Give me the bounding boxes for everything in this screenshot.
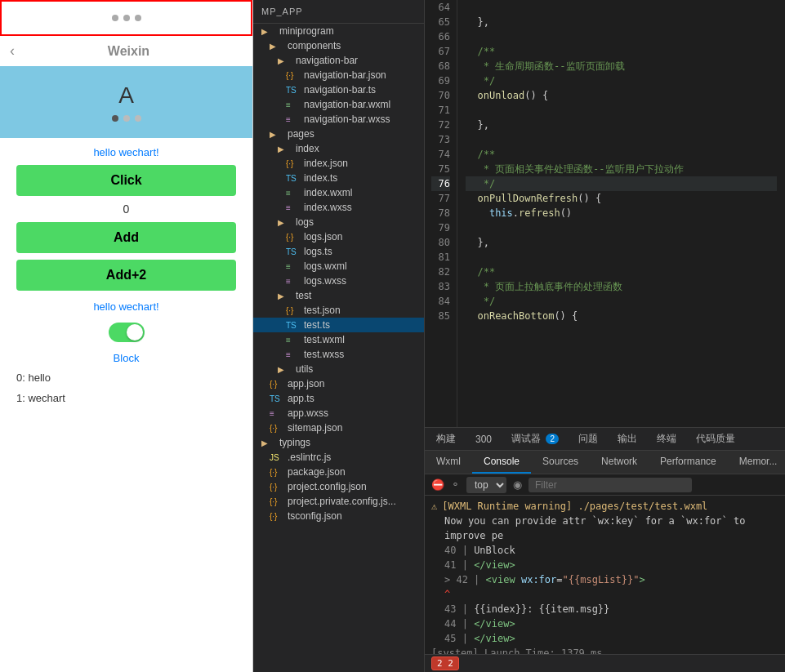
console-output: ⚠ [WXML Runtime warning] ./pages/test/te… xyxy=(425,496,785,654)
warning-detail: Now you can provide attr `wx:key` for a … xyxy=(444,514,778,543)
tab-memory[interactable]: Memor... xyxy=(728,451,785,474)
editor-panel: 6465666768697071727374757677787980818283… xyxy=(425,0,785,672)
error-count-number: 2 2 xyxy=(437,658,453,669)
add2-button[interactable]: Add+2 xyxy=(16,260,236,291)
file-tree-item[interactable]: TSindex.ts xyxy=(253,171,424,185)
stop-icon[interactable]: ⚬ xyxy=(451,478,460,491)
file-tree-item[interactable]: JS.eslintrc.js xyxy=(253,450,424,465)
line-numbers: 6465666768697071727374757677787980818283… xyxy=(425,0,457,427)
file-tree-item[interactable]: {·}navigation-bar.json xyxy=(253,68,424,82)
file-tree-item[interactable]: ≡logs.wxml xyxy=(253,259,424,274)
file-tree-item[interactable]: ▶pages xyxy=(253,127,424,141)
clear-console-icon[interactable]: ⛔ xyxy=(431,478,444,491)
file-tree-item[interactable]: ▶typings xyxy=(253,435,424,450)
file-tree-item[interactable]: TSnavigation-bar.ts xyxy=(253,82,424,97)
file-tree-item[interactable]: ▶test xyxy=(253,288,424,303)
code-content[interactable]: }, /** * 生命周期函数--监听页面卸载 */ onUnload() { … xyxy=(457,0,785,427)
file-tree-item[interactable]: {·}tsconfig.json xyxy=(253,509,424,523)
file-tree-item[interactable]: TSapp.ts xyxy=(253,391,424,406)
phone-content: hello wechart! Click 0 Add Add+2 hello w… xyxy=(0,138,252,672)
carousel-dot-3 xyxy=(135,115,141,122)
file-tree-item[interactable]: {·}test.json xyxy=(253,303,424,318)
file-tree-container: ▶miniprogram▶components▶navigation-bar{·… xyxy=(253,24,424,523)
file-tree-item[interactable]: {·}index.json xyxy=(253,156,424,171)
file-tree-item[interactable]: ≡test.wxss xyxy=(253,347,424,362)
file-tree-item[interactable]: {·}logs.json xyxy=(253,229,424,244)
context-select[interactable]: top xyxy=(466,477,506,493)
console-line-caret: ^ xyxy=(444,587,778,602)
system-launch: [system] Launch Time: 1379 ms xyxy=(431,646,778,654)
file-tree-item[interactable]: {·}package.json xyxy=(253,465,424,479)
console-warning: ⚠ [WXML Runtime warning] ./pages/test/te… xyxy=(431,499,778,514)
file-tree-item[interactable]: ▶logs xyxy=(253,215,424,229)
console-filter-input[interactable] xyxy=(529,478,692,492)
phone-dot-1 xyxy=(112,15,118,21)
file-tree-item[interactable]: ▶components xyxy=(253,38,424,53)
carousel-dot-1 xyxy=(112,115,118,122)
list-item-0: 0: hello xyxy=(16,371,236,385)
toggle-row xyxy=(16,323,236,342)
tab-sources[interactable]: Sources xyxy=(531,451,590,474)
toolbar-quality[interactable]: 代码质量 xyxy=(691,429,740,449)
phone-title: Weixin xyxy=(15,44,243,59)
carousel-dot-2 xyxy=(123,115,130,122)
code-area: 6465666768697071727374757677787980818283… xyxy=(425,0,785,427)
file-tree-item[interactable]: ▶miniprogram xyxy=(253,24,424,38)
phone-header: A xyxy=(0,66,252,138)
tab-network[interactable]: Network xyxy=(590,451,649,474)
file-tree-item[interactable]: ▶index xyxy=(253,141,424,156)
file-tree-title: MP_APP xyxy=(253,0,424,24)
file-tree-panel: MP_APP ▶miniprogram▶components▶navigatio… xyxy=(253,0,425,672)
phone-dots xyxy=(112,15,141,21)
file-tree-item[interactable]: ≡index.wxml xyxy=(253,185,424,200)
list-item-1: 1: wechart xyxy=(16,391,236,405)
file-tree-item[interactable]: {·}project.private.config.js... xyxy=(253,494,424,509)
console-line-45: 45 | </view> xyxy=(444,631,778,646)
console-bottom-bar: 2 2 xyxy=(425,654,785,672)
toolbar-build[interactable]: 构建 xyxy=(431,429,461,449)
file-tree-item[interactable]: {·}project.config.json xyxy=(253,479,424,494)
block-toggle[interactable] xyxy=(109,323,145,342)
eye-icon[interactable]: ◉ xyxy=(513,478,522,491)
devtools-tabs: Wxml Console Sources Network Performance… xyxy=(425,451,785,474)
warning-icon: ⚠ xyxy=(431,499,437,514)
file-tree-item[interactable]: ▶navigation-bar xyxy=(253,53,424,68)
file-tree-item[interactable]: ≡index.wxss xyxy=(253,200,424,215)
hello-text-1: hello wechart! xyxy=(16,146,236,158)
toolbar-output[interactable]: 输出 xyxy=(613,429,642,449)
toolbar-300[interactable]: 300 xyxy=(471,430,497,448)
phone-dot-3 xyxy=(135,15,141,21)
warning-file: [WXML Runtime warning] ./pages/test/test… xyxy=(442,499,707,514)
toggle-knob xyxy=(127,324,143,340)
phone-panel: ‹ Weixin A hello wechart! Click 0 Add Ad… xyxy=(0,0,253,672)
toolbar-issues[interactable]: 问题 xyxy=(573,429,603,449)
bottom-toolbar: 构建 300 调试器 2 问题 输出 终端 代码质量 xyxy=(425,428,785,451)
phone-top-bar xyxy=(0,0,252,36)
console-line-43: 43 | {{index}}: {{item.msg}} xyxy=(444,602,778,616)
file-tree-item[interactable]: ≡navigation-bar.wxss xyxy=(253,112,424,127)
toolbar-terminal[interactable]: 终端 xyxy=(652,429,681,449)
file-tree-item[interactable]: {·}sitemap.json xyxy=(253,421,424,435)
console-line-40: 40 | UnBlock xyxy=(444,543,778,558)
block-label: Block xyxy=(16,352,236,364)
file-tree-item[interactable]: {·}app.json xyxy=(253,376,424,391)
debugger-badge: 2 xyxy=(546,434,559,444)
add-button[interactable]: Add xyxy=(16,222,236,253)
tab-console[interactable]: Console xyxy=(472,451,531,474)
tab-performance[interactable]: Performance xyxy=(649,451,728,474)
error-badge: 2 2 xyxy=(431,656,459,670)
click-button[interactable]: Click xyxy=(16,165,236,196)
file-tree-item[interactable]: TStest.ts xyxy=(253,318,424,332)
phone-carousel-dots xyxy=(0,115,252,122)
file-tree-item[interactable]: ≡test.wxml xyxy=(253,332,424,347)
file-tree-item[interactable]: TSlogs.ts xyxy=(253,244,424,259)
console-line-41: 41 | </view> xyxy=(444,558,778,572)
console-line-42: > 42 | <view wx:for="{{msgList}}"> xyxy=(444,572,778,587)
toolbar-debugger[interactable]: 调试器 2 xyxy=(506,429,564,449)
console-toolbar: ⛔ ⚬ top ◉ xyxy=(425,474,785,496)
file-tree-item[interactable]: ▶utils xyxy=(253,362,424,376)
file-tree-item[interactable]: ≡navigation-bar.wxml xyxy=(253,97,424,112)
tab-wxml[interactable]: Wxml xyxy=(425,451,472,474)
file-tree-item[interactable]: ≡app.wxss xyxy=(253,406,424,421)
file-tree-item[interactable]: ≡logs.wxss xyxy=(253,274,424,288)
